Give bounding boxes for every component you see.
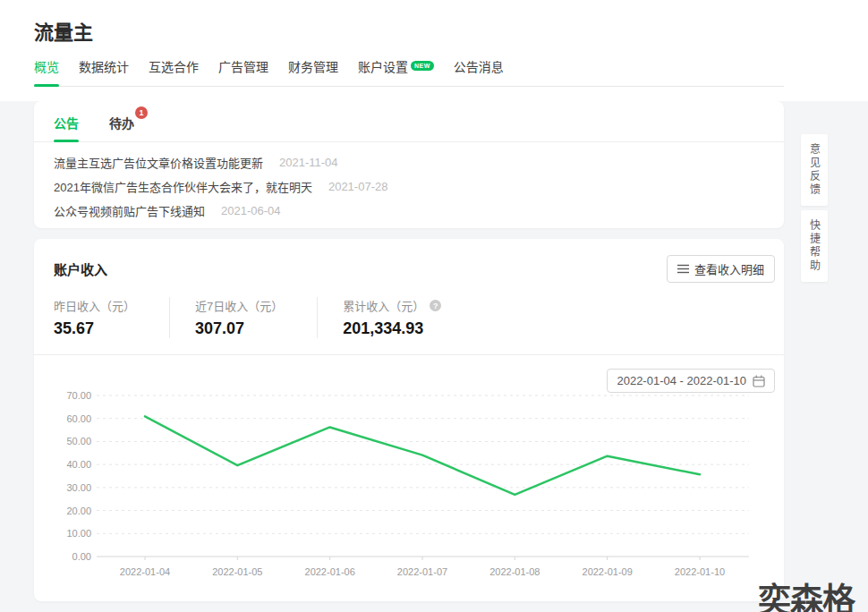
stat-value: 307.07 [195, 319, 283, 338]
income-chart: 0.0010.0020.0030.0040.0050.0060.0070.002… [52, 386, 768, 590]
stat-yesterday-income: 昨日收入（元） 35.67 [54, 297, 169, 338]
income-card-title: 账户收入 [54, 259, 107, 278]
view-income-detail-button[interactable]: 查看收入明细 [667, 255, 775, 283]
svg-text:10.00: 10.00 [66, 528, 91, 539]
tab-announcement-messages[interactable]: 公告消息 [454, 54, 504, 86]
tab-todo-label: 待办 [109, 116, 134, 131]
new-badge: NEW [411, 61, 434, 71]
account-income-card: 账户收入 查看收入明细 昨日收入（元） 35.67 近7日收入（元） 307.0… [34, 239, 784, 601]
svg-text:30.00: 30.00 [66, 482, 91, 493]
svg-text:20.00: 20.00 [66, 506, 91, 516]
svg-text:2022-01-04: 2022-01-04 [120, 566, 170, 577]
income-stats: 昨日收入（元） 35.67 近7日收入（元） 307.07 累计收入（元） ? … [54, 297, 784, 338]
watermark-logo: 奕森格 [758, 574, 855, 612]
announcement-date: 2021-06-04 [221, 204, 281, 217]
view-income-detail-label: 查看收入明细 [694, 260, 764, 277]
tab-announcement[interactable]: 公告 [54, 114, 79, 141]
svg-text:60.00: 60.00 [66, 413, 91, 424]
tab-todo[interactable]: 待办1 [109, 114, 134, 141]
svg-text:2022-01-09: 2022-01-09 [583, 566, 633, 577]
list-icon [677, 264, 689, 274]
stat-label: 累计收入（元） [343, 297, 424, 314]
svg-text:2022-01-08: 2022-01-08 [489, 566, 540, 577]
stat-label: 近7日收入（元） [195, 297, 283, 314]
announcement-text: 2021年微信广告生态合作伙伴大会来了，就在明天 [54, 178, 312, 195]
svg-text:2022-01-05: 2022-01-05 [212, 566, 262, 577]
svg-text:50.00: 50.00 [66, 436, 91, 446]
svg-text:2022-01-06: 2022-01-06 [305, 566, 355, 577]
tab-account-settings-label: 账户设置 [358, 60, 408, 74]
announcement-text: 流量主互选广告位文章价格设置功能更新 [54, 154, 263, 171]
tab-mutual-selection[interactable]: 互选合作 [149, 54, 199, 86]
feedback-button[interactable]: 意见反馈 [801, 134, 828, 206]
svg-text:2022-01-07: 2022-01-07 [397, 566, 447, 577]
todo-count-badge: 1 [135, 106, 148, 119]
svg-text:40.00: 40.00 [66, 459, 91, 470]
tab-account-settings[interactable]: 账户设置NEW [358, 54, 434, 86]
stat-value: 201,334.93 [343, 319, 441, 338]
stat-last7days-income: 近7日收入（元） 307.07 [169, 297, 317, 338]
list-item[interactable]: 2021年微信广告生态合作伙伴大会来了，就在明天 2021-07-28 [54, 174, 764, 199]
stat-total-income: 累计收入（元） ? 201,334.93 [317, 297, 475, 338]
tab-ad-management[interactable]: 广告管理 [218, 54, 268, 86]
announcement-text: 公众号视频前贴广告下线通知 [54, 202, 205, 219]
page-header: 流量主 概览 数据统计 互选合作 广告管理 财务管理 账户设置NEW 公告消息 [0, 0, 868, 101]
announcement-tabs: 公告 待办1 [34, 101, 784, 142]
stat-value: 35.67 [54, 319, 135, 338]
main-nav: 概览 数据统计 互选合作 广告管理 财务管理 账户设置NEW 公告消息 [34, 54, 784, 87]
quick-help-button[interactable]: 快捷帮助 [801, 210, 828, 282]
svg-text:70.00: 70.00 [66, 390, 91, 401]
svg-text:2022-01-10: 2022-01-10 [675, 566, 725, 577]
tab-data-statistics[interactable]: 数据统计 [79, 54, 129, 86]
announcement-card: 公告 待办1 流量主互选广告位文章价格设置功能更新 2021-11-04 202… [34, 101, 784, 228]
list-item[interactable]: 公众号视频前贴广告下线通知 2021-06-04 [54, 199, 764, 223]
tab-overview[interactable]: 概览 [34, 54, 59, 86]
tab-finance-management[interactable]: 财务管理 [288, 54, 338, 86]
announcement-date: 2021-07-28 [328, 180, 388, 193]
stat-label: 昨日收入（元） [54, 297, 135, 314]
announcement-date: 2021-11-04 [279, 156, 338, 169]
page-title: 流量主 [34, 16, 93, 45]
announcement-list: 流量主互选广告位文章价格设置功能更新 2021-11-04 2021年微信广告生… [34, 142, 784, 223]
help-question-icon[interactable]: ? [430, 300, 441, 311]
list-item[interactable]: 流量主互选广告位文章价格设置功能更新 2021-11-04 [54, 150, 764, 174]
svg-text:0.00: 0.00 [72, 551, 91, 562]
